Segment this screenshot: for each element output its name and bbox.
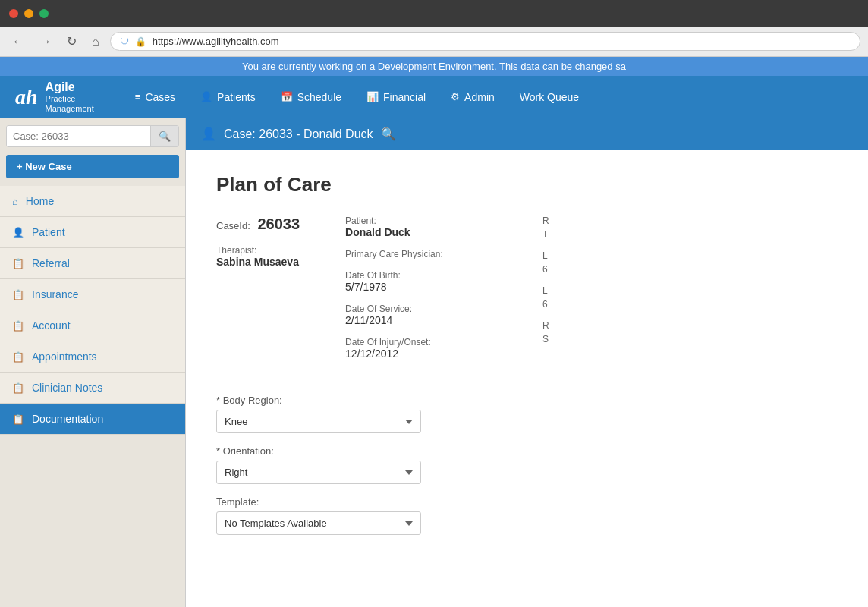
account-icon: 📋 [12,320,24,332]
doi-group: Date Of Injury/Onset: 12/12/2012 [345,337,497,360]
pcp-group: Primary Care Physician: [345,249,497,259]
nav-cases-label: Cases [145,91,175,103]
rc4: 6 [542,264,634,275]
home-icon: ⌂ [12,196,18,207]
patient-info-section: Patient: Donald Duck Primary Care Physic… [345,215,497,360]
nav-patients-label: Patients [217,91,256,103]
patient-label: Patient: [345,215,497,226]
caseid-label: CaseId: [216,220,250,231]
template-label: Template: [216,496,421,508]
url-text: https://www.agilityhealth.com [153,36,279,47]
clinician-notes-icon: 📋 [12,382,24,394]
sidebar-item-patient[interactable]: 👤 Patient [0,217,185,248]
logo-agile: Agile [46,80,94,94]
sidebar: 🔍 + New Case ⌂ Home 👤 Patient 📋 Referral… [0,118,186,607]
orientation-group: * Orientation: Right Left Bilateral [216,445,421,484]
orientation-select[interactable]: Right Left Bilateral [216,461,421,484]
reload-button[interactable]: ↻ [62,31,81,52]
back-button[interactable]: ← [8,32,29,52]
divider [216,379,838,379]
address-bar[interactable]: 🛡 🔒 https://www.agilityhealth.com [110,32,860,51]
rc3: L [542,250,634,261]
case-search-icon[interactable]: 🔍 [381,127,396,141]
patient-icon: 👤 [12,227,24,238]
dos-value: 2/11/2014 [345,314,497,326]
right-col-section: R T L 6 L 6 R S [542,215,634,360]
lock-icon: 🔒 [135,36,146,47]
nav-workqueue-label: Work Queue [520,91,579,103]
search-button[interactable]: 🔍 [150,126,178,146]
dob-group: Date Of Birth: 5/7/1978 [345,270,497,293]
body-region-group: * Body Region: Knee Shoulder Hip Back El… [216,395,421,433]
main-layout: 🔍 + New Case ⌂ Home 👤 Patient 📋 Referral… [0,118,868,607]
nav-patients[interactable]: 👤 Patients [190,85,266,109]
content-area: 👤 Case: 26033 - Donald Duck 🔍 Plan of Ca… [186,118,868,607]
nav-schedule[interactable]: 📅 Schedule [270,85,352,109]
rc2: T [542,229,634,240]
form-section: * Body Region: Knee Shoulder Hip Back El… [216,395,838,547]
sidebar-item-home[interactable]: ⌂ Home [0,186,185,217]
logo-area: ah Agile Practice Management [15,80,94,115]
sidebar-item-documentation-label: Documentation [32,413,103,425]
home-button[interactable]: ⌂ [87,32,104,52]
sidebar-item-insurance-label: Insurance [32,288,78,300]
template-group: Template: No Templates Available [216,496,421,535]
therapist-value: Sabina Musaeva [216,256,299,268]
minimize-dot[interactable] [24,9,33,18]
plan-title: Plan of Care [216,173,838,197]
rc6: 6 [542,299,634,310]
case-search-input[interactable] [7,126,150,146]
template-select[interactable]: No Templates Available [216,511,421,535]
search-bar: 🔍 [6,125,179,147]
sidebar-item-documentation[interactable]: 📋 Documentation [0,404,185,435]
admin-icon: ⚙ [451,91,460,102]
case-header-text: Case: 26033 - Donald Duck [224,127,373,141]
sidebar-item-account[interactable]: 📋 Account [0,310,185,341]
patient-value: Donald Duck [345,226,410,238]
nav-schedule-label: Schedule [297,91,341,103]
sidebar-item-referral[interactable]: 📋 Referral [0,248,185,279]
body-region-select[interactable]: Knee Shoulder Hip Back Elbow Wrist Ankle [216,410,421,433]
cases-icon: ≡ [135,91,141,102]
sidebar-item-clinician-notes-label: Clinician Notes [32,382,102,394]
caseid-group: CaseId: 26033 [216,215,300,233]
insurance-icon: 📋 [12,289,24,300]
doi-value: 12/12/2012 [345,348,497,360]
dos-group: Date Of Service: 2/11/2014 [345,304,497,326]
forward-button[interactable]: → [35,32,56,52]
case-info-row: CaseId: 26033 Therapist: Sabina Musaeva … [216,215,838,360]
app-header: ah Agile Practice Management ≡ Cases 👤 P… [0,76,868,118]
doi-label: Date Of Injury/Onset: [345,337,497,348]
nav-admin[interactable]: ⚙ Admin [440,85,505,109]
sidebar-item-insurance[interactable]: 📋 Insurance [0,279,185,310]
sidebar-item-appointments[interactable]: 📋 Appointments [0,341,185,373]
sidebar-item-patient-label: Patient [32,226,65,238]
rc8: S [542,334,634,344]
case-header: 👤 Case: 26033 - Donald Duck 🔍 [186,118,868,150]
nav-financial-label: Financial [383,91,426,103]
dos-label: Date Of Service: [345,304,497,314]
main-nav: ≡ Cases 👤 Patients 📅 Schedule 📊 Financia… [124,85,853,109]
therapist-label: Therapist: [216,245,300,256]
case-content: Plan of Care CaseId: 26033 Therapist: Sa… [186,150,868,607]
pcp-label: Primary Care Physician: [345,249,497,259]
nav-admin-label: Admin [464,91,495,103]
case-id-section: CaseId: 26033 Therapist: Sabina Musaeva [216,215,300,360]
nav-workqueue[interactable]: Work Queue [509,85,590,109]
browser-toolbar: ← → ↻ ⌂ 🛡 🔒 https://www.agilityhealth.co… [0,27,868,57]
maximize-dot[interactable] [39,9,49,18]
referral-icon: 📋 [12,258,24,269]
new-case-button[interactable]: + New Case [6,155,179,178]
nav-cases[interactable]: ≡ Cases [124,85,186,109]
nav-financial[interactable]: 📊 Financial [356,85,436,109]
rc1: R [542,215,634,226]
sidebar-item-clinician-notes[interactable]: 📋 Clinician Notes [0,373,185,404]
logo-text: Agile Practice Management [46,80,94,115]
sidebar-item-account-label: Account [32,319,71,332]
browser-chrome [0,0,868,27]
shield-icon: 🛡 [120,36,129,47]
orientation-label: * Orientation: [216,445,421,457]
close-dot[interactable] [9,9,18,18]
caseid-value: 26033 [257,215,300,232]
patients-icon: 👤 [200,91,212,102]
